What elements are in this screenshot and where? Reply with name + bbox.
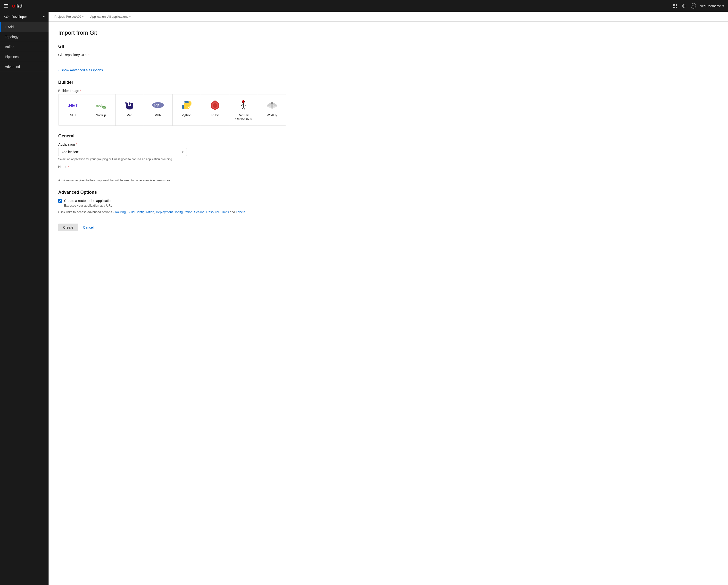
show-advanced-git-options[interactable]: › Show Advanced Git Options [58, 68, 257, 72]
builder-label-nodejs: Node.js [96, 113, 106, 117]
git-url-required-star: * [88, 53, 90, 56]
sidebar-item-topology[interactable]: Topology [0, 32, 49, 42]
builder-card-dotnet[interactable]: .NET .NET [58, 95, 87, 126]
svg-point-15 [188, 107, 189, 108]
code-icon: </> [4, 15, 9, 19]
builder-card-python[interactable]: Python [173, 95, 201, 126]
builder-card-perl[interactable]: Perl [115, 95, 144, 126]
builder-image-label: Builder Image * [58, 89, 257, 93]
ruby-icon [209, 99, 221, 111]
application-select-wrapper: Application1 Create application No appli… [58, 148, 187, 156]
top-nav: okd ⊕ ? Ned Username ▾ [0, 0, 728, 11]
builder-section-title: Builder [58, 80, 257, 85]
svg-point-8 [129, 102, 131, 105]
svg-line-25 [243, 107, 245, 109]
project-selector[interactable]: Project: ProjectA02 ▾ [54, 15, 83, 19]
builder-label-perl: Perl [127, 113, 132, 117]
sidebar-nav: + Add Topology Builds Pipelines Advanced [0, 22, 49, 72]
general-section-title: General [58, 133, 257, 138]
app-logo: okd [12, 3, 23, 9]
general-section: General Application * Application1 Creat… [58, 133, 257, 182]
svg-text:php: php [154, 103, 159, 107]
sidebar-item-advanced[interactable]: Advanced [0, 62, 49, 72]
context-switcher[interactable]: </> Developer ▾ [0, 11, 49, 22]
create-route-checkbox[interactable] [58, 199, 62, 203]
deployment-config-link[interactable]: Deployment Conifguration [156, 210, 192, 214]
question-mark-icon: ? [691, 3, 696, 8]
cancel-button[interactable]: Cancel [82, 224, 95, 231]
svg-point-9 [131, 103, 133, 105]
builder-label-ruby: Ruby [211, 113, 219, 117]
advanced-options-title: Advanced Options [58, 190, 257, 195]
builder-label-openjdk: Red Hat OpenJDK 8 [232, 113, 255, 121]
name-required-star: * [68, 165, 70, 169]
application-selector[interactable]: Application: All applications ▾ [90, 15, 131, 19]
dotnet-icon: .NET [67, 99, 78, 111]
svg-point-31 [271, 102, 273, 104]
help-icon-button[interactable]: ? [691, 3, 696, 8]
name-hint: A unique name given to the component tha… [58, 179, 257, 182]
application-select[interactable]: Application1 Create application No appli… [58, 148, 187, 156]
advanced-options-section: Advanced Options Create a route to the a… [58, 190, 257, 214]
build-config-link[interactable]: Build Configuration [127, 210, 154, 214]
svg-line-22 [241, 104, 243, 106]
perl-icon [124, 99, 135, 111]
builder-card-wildfly[interactable]: WildFly [258, 95, 286, 126]
builder-card-nodejs[interactable]: node js Node.js [87, 95, 115, 126]
svg-text:node: node [96, 104, 103, 107]
resource-limits-link[interactable]: Resource Limits [206, 210, 229, 214]
builder-label-wildfly: WildFly [267, 113, 277, 117]
builder-card-ruby[interactable]: Ruby [201, 95, 229, 126]
builder-card-php[interactable]: php PHP [144, 95, 172, 126]
user-chevron-icon: ▾ [722, 4, 724, 8]
context-chevron-icon: ▾ [43, 15, 45, 19]
git-section-title: Git [58, 44, 257, 49]
username-label: Ned Username [700, 4, 721, 8]
application-chevron-icon: ▾ [129, 15, 131, 18]
openjdk-icon [238, 99, 249, 111]
builder-card-openjdk[interactable]: Red Hat OpenJDK 8 [229, 95, 258, 126]
git-url-label: Git Repository URL * [58, 53, 257, 57]
user-menu[interactable]: Ned Username ▾ [700, 4, 724, 8]
action-buttons: Create Cancel [58, 224, 257, 231]
sidebar-item-add[interactable]: + Add [0, 22, 49, 32]
create-button[interactable]: Create [58, 224, 78, 231]
python-icon [181, 99, 192, 111]
name-input[interactable] [58, 170, 187, 177]
name-field-label: Name * [58, 165, 257, 169]
builder-label-php: PHP [155, 113, 161, 117]
svg-marker-20 [242, 100, 245, 101]
main-layout: </> Developer ▾ + Add Topology Builds Pi… [0, 11, 728, 585]
svg-line-24 [242, 107, 243, 109]
advanced-links-text: Click links to access advanced options -… [58, 210, 257, 214]
sidebar-item-pipelines[interactable]: Pipelines [0, 52, 49, 62]
scaling-link[interactable]: Scaling [194, 210, 205, 214]
grid-icon-button[interactable] [673, 4, 677, 8]
application-field-label: Application * [58, 143, 257, 146]
create-route-label[interactable]: Create a route to the application [64, 199, 112, 203]
svg-line-23 [243, 104, 245, 106]
hamburger-menu[interactable] [4, 4, 8, 7]
git-url-input[interactable] [58, 58, 187, 65]
sidebar: </> Developer ▾ + Add Topology Builds Pi… [0, 11, 49, 585]
advanced-chevron-icon: › [58, 69, 59, 72]
page-title: Import from Git [58, 29, 257, 36]
project-label: Project: ProjectA02 [54, 15, 81, 19]
php-icon: php [152, 99, 164, 111]
sub-nav: Project: ProjectA02 ▾ | Application: All… [49, 11, 728, 22]
builder-label-python: Python [182, 113, 191, 117]
subnav-separator: | [86, 15, 87, 19]
plus-icon-button[interactable]: ⊕ [682, 3, 686, 9]
routing-link[interactable]: Routing [115, 210, 126, 214]
wildfly-icon [266, 99, 278, 111]
nodejs-icon: node js [95, 99, 107, 111]
nav-icons: ⊕ ? [673, 3, 696, 9]
svg-text:.NET: .NET [68, 103, 78, 108]
create-route-row: Create a route to the application [58, 199, 257, 203]
application-required-star: * [76, 143, 77, 146]
content-area: Project: ProjectA02 ▾ | Application: All… [49, 11, 728, 585]
svg-text:js: js [103, 106, 105, 109]
context-label: Developer [11, 15, 27, 19]
sidebar-item-builds[interactable]: Builds [0, 42, 49, 52]
labels-link[interactable]: Labels [236, 210, 245, 214]
